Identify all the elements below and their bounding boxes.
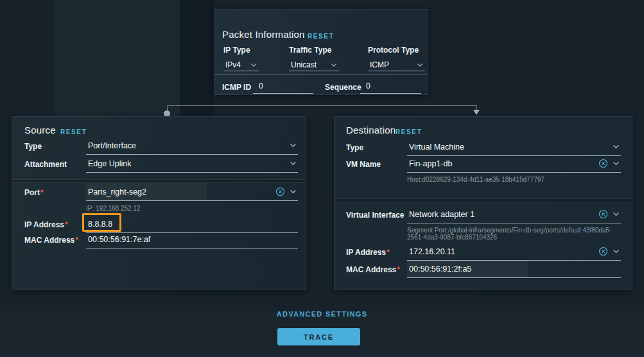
destination-mac-input[interactable]: 00:50:56:91:2f:a5: [407, 260, 621, 278]
traceflow-page: Packet Information RESET IP Type IPv4 Tr…: [0, 0, 644, 357]
destination-vm-value: Fin-app1-db: [407, 159, 452, 168]
destination-vif-helper-text: Segment Port:/global-infra/segments/Fin-…: [407, 227, 621, 241]
source-type-row: Type Port/Interface: [12, 137, 306, 155]
clear-selection-icon[interactable]: [598, 159, 608, 168]
chevron-down-icon[interactable]: [417, 63, 423, 67]
required-asterisk: *: [397, 265, 400, 274]
packet-information-title: Packet Information: [222, 29, 305, 40]
source-panel: Source RESET Type Port/Interface Attachm…: [12, 116, 306, 290]
clear-selection-icon[interactable]: [598, 209, 608, 219]
chevron-down-icon[interactable]: [290, 189, 297, 194]
required-asterisk: *: [387, 248, 390, 257]
destination-reset-link[interactable]: RESET: [396, 128, 422, 135]
source-ip-label: IP Address*: [24, 220, 68, 229]
destination-vm-row: VM Name Fin-app1-db: [335, 155, 632, 173]
chevron-down-icon[interactable]: [290, 161, 297, 166]
icmp-id-label: ICMP ID: [222, 83, 251, 92]
ip-type-label: IP Type: [223, 46, 259, 55]
destination-type-label: Type: [346, 143, 363, 152]
destination-title: Destination: [346, 125, 396, 135]
source-type-value: Port/Interface: [86, 141, 136, 150]
source-attachment-row: Attachment Edge Uplink: [12, 155, 306, 173]
destination-ip-label: IP Address*: [346, 248, 390, 257]
protocol-type-select[interactable]: ICMP: [368, 59, 425, 71]
traffic-type-group: Traffic Type Unicast: [289, 46, 339, 71]
source-type-select[interactable]: Port/Interface: [86, 137, 298, 155]
packet-information-reset-link[interactable]: RESET: [308, 33, 334, 40]
source-reset-link[interactable]: RESET: [60, 128, 87, 135]
destination-group-divider: [335, 198, 632, 202]
trace-button[interactable]: TRACE: [277, 328, 360, 345]
protocol-type-group: Protocol Type ICMP: [368, 46, 425, 71]
icmp-id-input[interactable]: 0: [253, 82, 313, 94]
traffic-type-label: Traffic Type: [289, 46, 339, 55]
protocol-type-value: ICMP: [370, 60, 389, 69]
source-mac-row: MAC Address* 00:50:56:91:7e:af: [12, 231, 306, 248]
destination-mac-row: MAC Address* 00:50:56:91:2f:a5: [335, 260, 632, 278]
clear-selection-icon[interactable]: [598, 247, 608, 256]
chevron-down-icon[interactable]: [613, 161, 620, 166]
source-type-label: Type: [24, 142, 42, 151]
protocol-type-label: Protocol Type: [368, 46, 425, 55]
destination-mac-label: MAC Address*: [346, 265, 400, 274]
destination-type-value: Virtual Machine: [407, 143, 464, 152]
source-attachment-label: Attachment: [24, 160, 67, 169]
source-attachment-value: Edge Uplink: [86, 159, 131, 168]
connector-destination-arrow-icon: [473, 110, 480, 115]
background-region: [55, 0, 180, 116]
chevron-down-icon[interactable]: [613, 249, 620, 254]
destination-type-row: Type Virtual Machine: [335, 138, 632, 156]
destination-vif-select[interactable]: Network adapter 1: [407, 205, 621, 223]
chevron-down-icon[interactable]: [613, 144, 620, 149]
destination-ip-value: 172.16.20.11: [407, 247, 455, 256]
destination-panel: Destination RESET Type Virtual Machine V…: [334, 116, 632, 290]
required-asterisk: *: [65, 220, 68, 229]
chevron-down-icon[interactable]: [613, 212, 620, 216]
destination-ip-select[interactable]: 172.16.20.11: [407, 243, 621, 261]
destination-ip-row: IP Address* 172.16.20.11: [335, 243, 632, 261]
advanced-settings-link[interactable]: ADVANCED SETTINGS: [0, 310, 644, 318]
destination-vm-select[interactable]: Fin-app1-db: [407, 155, 621, 173]
source-port-helper-text: IP: 192.168.252.12: [86, 205, 298, 212]
source-attachment-select[interactable]: Edge Uplink: [86, 155, 298, 173]
destination-vif-label: Virtual Interface: [346, 211, 404, 220]
source-title: Source: [24, 125, 56, 135]
required-asterisk: *: [75, 236, 78, 245]
sequence-input[interactable]: 0: [360, 82, 421, 94]
source-port-select[interactable]: Paris_right-seg2: [86, 183, 298, 201]
destination-vif-value: Network adapter 1: [407, 210, 474, 219]
destination-mac-value: 00:50:56:91:2f:a5: [407, 260, 528, 277]
chevron-down-icon[interactable]: [331, 63, 337, 67]
source-port-value: Paris_right-seg2: [86, 183, 207, 200]
background-region: [180, 0, 214, 116]
ip-type-group: IP Type IPv4: [223, 46, 259, 71]
source-mac-label: MAC Address*: [24, 236, 78, 245]
icmp-row: ICMP ID 0 Sequence 0: [214, 82, 428, 96]
traffic-type-value: Unicast: [291, 60, 317, 69]
connector-line: [167, 105, 476, 106]
chevron-down-icon[interactable]: [250, 63, 257, 67]
source-ip-value: 8.8.8.8: [86, 220, 112, 229]
destination-vif-row: Virtual Interface Network adapter 1: [335, 205, 632, 223]
destination-vm-label: VM Name: [346, 160, 381, 169]
traffic-type-select[interactable]: Unicast: [289, 59, 339, 71]
source-port-label: Port*: [24, 188, 44, 197]
sequence-label: Sequence: [325, 83, 361, 92]
destination-vm-helper-text: Host:d0228629-134d-4d11-ae35-18b415d7779…: [407, 176, 621, 183]
ip-type-value: IPv4: [225, 60, 241, 69]
destination-type-select[interactable]: Virtual Machine: [407, 138, 621, 156]
chevron-down-icon[interactable]: [290, 143, 297, 148]
ip-type-select[interactable]: IPv4: [223, 59, 259, 71]
source-port-row: Port* Paris_right-seg2: [12, 183, 306, 201]
clear-selection-icon[interactable]: [275, 187, 285, 196]
source-mac-value: 00:50:56:91:7e:af: [86, 235, 150, 244]
source-mac-input[interactable]: 00:50:56:91:7e:af: [86, 231, 298, 248]
packet-panel-divider: [214, 74, 428, 75]
required-asterisk: *: [40, 188, 44, 197]
packet-information-panel: Packet Information RESET IP Type IPv4 Tr…: [214, 9, 428, 95]
